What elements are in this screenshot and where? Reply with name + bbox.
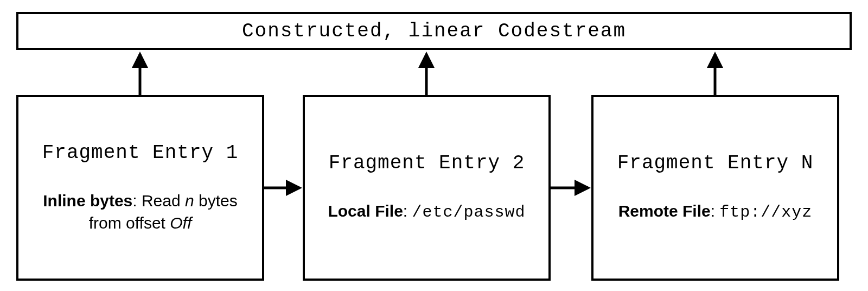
fragment-1-label: Inline bytes bbox=[43, 192, 132, 210]
fragment-n-label: Remote File bbox=[618, 202, 711, 220]
fragment-1-title: Fragment Entry 1 bbox=[42, 142, 239, 164]
fragment-n-body: Remote File: ftp://xyz bbox=[618, 200, 813, 224]
fragment-1-body: Inline bytes: Read n bytes from offset O… bbox=[29, 190, 251, 234]
fragment-n-path: ftp://xyz bbox=[719, 203, 812, 222]
fragment-entry-1-box: Fragment Entry 1 Inline bytes: Read n by… bbox=[16, 95, 264, 281]
fragment-entry-2-box: Fragment Entry 2 Local File: /etc/passwd bbox=[303, 95, 551, 281]
header-codestream-box: Constructed, linear Codestream bbox=[16, 12, 852, 50]
fragment-n-title: Fragment Entry N bbox=[617, 152, 814, 174]
fragment-2-body: Local File: /etc/passwd bbox=[328, 200, 525, 224]
header-title: Constructed, linear Codestream bbox=[242, 20, 626, 42]
fragment-1-var-off: Off bbox=[170, 214, 192, 232]
fragment-entry-n-box: Fragment Entry N Remote File: ftp://xyz bbox=[591, 95, 839, 281]
fragment-2-colon: : bbox=[403, 202, 412, 220]
fragment-1-desc-prefix: : Read bbox=[132, 192, 185, 210]
fragment-1-var-n: n bbox=[185, 192, 194, 210]
diagram-canvas: Constructed, linear Codestream Fragment … bbox=[0, 0, 868, 291]
fragment-2-path: /etc/passwd bbox=[412, 203, 526, 222]
fragment-n-colon: : bbox=[711, 202, 720, 220]
fragment-2-title: Fragment Entry 2 bbox=[329, 152, 525, 174]
fragment-2-label: Local File bbox=[328, 202, 403, 220]
